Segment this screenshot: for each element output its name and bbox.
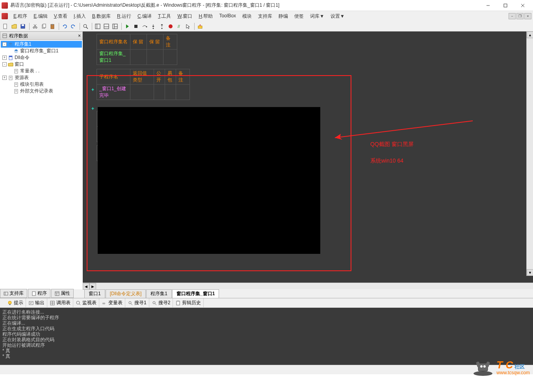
paste-button[interactable] — [48, 22, 56, 30]
layout1-button[interactable] — [94, 22, 102, 30]
menu-item-7[interactable]: T.工具 — [155, 12, 174, 21]
stepover-button[interactable] — [141, 22, 149, 30]
copy-button[interactable] — [40, 22, 48, 30]
undo-button[interactable] — [61, 22, 69, 30]
layout2-button[interactable] — [102, 22, 110, 30]
scroll-left-icon[interactable]: ◀ — [83, 283, 89, 290]
find-button[interactable] — [82, 22, 89, 30]
side-tab-支持库[interactable]: 支持库 — [0, 289, 27, 298]
annotation-text-1: QQ截图 窗口黑屏 — [370, 141, 414, 148]
menu-item-2[interactable]: V.查看 — [51, 12, 71, 21]
scroll-up-icon[interactable]: ▲ — [527, 31, 533, 38]
debug-tab-输出[interactable]: 输出 — [26, 298, 47, 307]
tree-expand-icon[interactable]: - — [2, 42, 7, 46]
menu-item-13[interactable]: 静编 — [275, 12, 291, 21]
editor-tab-3[interactable]: 窗口程序集_窗口1 — [172, 289, 219, 298]
debug-tab-剪辑历史[interactable]: 剪辑历史 — [173, 298, 204, 307]
tree-expand-icon[interactable]: - — [2, 62, 7, 67]
menu-item-5[interactable]: R.运行 — [114, 12, 134, 21]
side-tab-属性[interactable]: 属性 — [51, 289, 74, 298]
breakpoint-button[interactable] — [167, 22, 175, 30]
tree-item-5[interactable]: +资源表 — [1, 74, 82, 81]
stop-button[interactable] — [132, 22, 140, 30]
close-button[interactable] — [514, 0, 531, 11]
layout3-button[interactable] — [111, 22, 119, 30]
sidebar-header: 程序数据 × — [0, 31, 83, 40]
tree-item-7[interactable]: 外部文件记录表 — [1, 88, 82, 94]
menu-item-11[interactable]: 模块 — [239, 12, 255, 21]
tree-expand-icon[interactable]: + — [2, 76, 7, 80]
tree-item-3[interactable]: -窗口 — [1, 61, 82, 68]
output-line: 开始运行被调试程序 — [2, 342, 531, 348]
debug-tab-变量表[interactable]: ∞变量表 — [99, 298, 125, 307]
side-tab-程序[interactable]: 程序 — [28, 289, 50, 298]
menu-item-6[interactable]: C.编译 — [134, 12, 155, 21]
scroll-down-icon[interactable]: ▼ — [527, 269, 533, 276]
debug-tab-调用表[interactable]: 调用表 — [47, 298, 73, 307]
tree-expand-icon[interactable]: + — [2, 55, 7, 60]
mdi-restore[interactable]: ❐ — [516, 13, 524, 19]
menu-item-8[interactable]: W.窗口 — [174, 12, 195, 21]
mdi-minimize[interactable]: − — [509, 13, 516, 19]
mdi-close[interactable]: × — [524, 13, 531, 19]
menu-item-1[interactable]: E.编辑 — [30, 12, 50, 21]
menu-item-12[interactable]: 支持库 — [255, 12, 275, 21]
debug-tabs: 提示输出调用表监视表∞变量表搜寻1搜寻2剪辑历史 — [0, 298, 533, 308]
maximize-button[interactable] — [497, 0, 514, 11]
tree-item-1[interactable]: 窗口程序集_窗口1 — [1, 48, 82, 54]
tree-icon — [13, 68, 19, 74]
menu-item-4[interactable]: B.数据库 — [89, 12, 114, 21]
comment-button[interactable]: // — [175, 22, 183, 30]
compile-button[interactable] — [196, 22, 204, 30]
output-line: 正在进行名称连接... — [2, 309, 531, 315]
menu-item-16[interactable]: 设置▼ — [327, 12, 348, 21]
menu-item-0[interactable]: E.程序 — [10, 12, 30, 21]
output-line: 程序代码编译成功 — [2, 331, 531, 337]
minimize-button[interactable] — [479, 0, 497, 11]
debug-tab-提示[interactable]: 提示 — [5, 298, 26, 307]
tree-item-0[interactable]: -程序集1 — [1, 41, 82, 48]
sidebar-close-icon[interactable]: × — [78, 33, 81, 39]
tree-label: 窗口程序集_窗口1 — [20, 48, 58, 54]
cursor-button[interactable] — [184, 22, 192, 30]
debug-tab-搜寻2[interactable]: 搜寻2 — [149, 298, 173, 307]
svg-point-30 — [169, 24, 173, 28]
new-button[interactable] — [2, 22, 9, 30]
debug-tab-搜寻1[interactable]: 搜寻1 — [125, 298, 149, 307]
open-button[interactable] — [10, 22, 18, 30]
sidebar-title: 程序数据 — [9, 33, 28, 39]
editor-tab-2[interactable]: 程序集1 — [146, 289, 172, 298]
svg-point-7 — [33, 27, 35, 28]
tree-icon — [8, 62, 13, 67]
tree-item-6[interactable]: 模块引用表 — [1, 81, 82, 88]
debug-panel: 提示输出调用表监视表∞变量表搜寻1搜寻2剪辑历史 正在进行名称连接...正在统计… — [0, 298, 533, 365]
debug-output[interactable]: 正在进行名称连接...正在统计需要编译的子程序正在编译...正在生成主程序入口代… — [0, 308, 533, 365]
editor-hscrollbar[interactable]: ◀ ▶ — [83, 283, 533, 289]
project-tree[interactable]: -程序集1窗口程序集_窗口1+Dll命令-窗口常量表 . .+资源表模块引用表外… — [0, 40, 83, 289]
tabs-row: 支持库程序属性 窗口1[Dll命令定义表]程序集1窗口程序集_窗口1 — [0, 289, 533, 298]
tree-item-4[interactable]: 常量表 . . — [1, 68, 82, 74]
stepin-button[interactable] — [149, 22, 157, 30]
menu-item-9[interactable]: H.帮助 — [195, 12, 216, 21]
run-button[interactable] — [123, 22, 131, 30]
debug-tab-监视表[interactable]: 监视表 — [73, 298, 99, 307]
menu-item-10[interactable]: ToolBox — [216, 12, 239, 21]
editor-tab-0[interactable]: 窗口1 — [84, 289, 105, 298]
stepout-button[interactable] — [158, 22, 166, 30]
svg-rect-17 — [95, 24, 100, 29]
menu-item-15[interactable]: 词库▼ — [307, 12, 327, 21]
editor-vscrollbar[interactable]: ▲ ▼ — [526, 31, 533, 276]
menu-item-14[interactable]: 便签 — [291, 12, 307, 21]
statusbar — [0, 365, 533, 374]
cut-button[interactable] — [31, 22, 39, 30]
menu-app-icon — [2, 13, 8, 19]
tree-item-2[interactable]: +Dll命令 — [1, 54, 82, 61]
scroll-right-icon[interactable]: ▶ — [89, 283, 96, 290]
save-button[interactable] — [19, 22, 27, 30]
redo-button[interactable] — [69, 22, 77, 30]
editor-tab-1[interactable]: [Dll命令定义表] — [106, 289, 146, 298]
output-line: 正在统计需要编译的子程序 — [2, 315, 531, 320]
editor-viewport[interactable]: 窗口程序集名保 留保 留备 注 窗口程序集_窗口1 子程序名返回值类型公开易包备… — [83, 31, 533, 283]
svg-point-27 — [153, 28, 154, 29]
menu-item-3[interactable]: I.插入 — [71, 12, 89, 21]
